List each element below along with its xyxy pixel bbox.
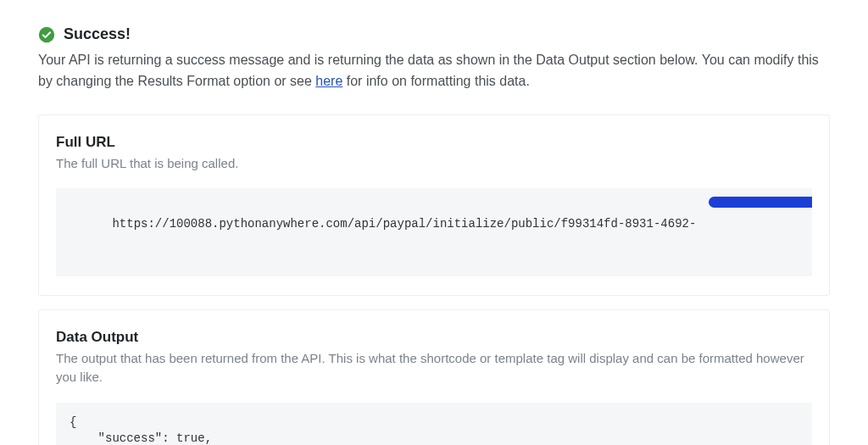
full-url-panel: Full URL The full URL that is being call…	[38, 114, 830, 296]
full-url-value: https://100088.pythonanywhere.com/api/pa…	[56, 188, 812, 276]
data-output-code: { "success": true, "approval_url": "http…	[56, 403, 812, 445]
full-url-title: Full URL	[56, 134, 812, 151]
success-link[interactable]: here	[315, 74, 342, 88]
full-url-text: https://100088.pythonanywhere.com/api/pa…	[112, 217, 696, 231]
redaction-mark	[709, 197, 812, 208]
data-output-panel: Data Output The output that has been ret…	[38, 309, 830, 445]
data-output-subtitle: The output that has been returned from t…	[56, 349, 812, 387]
check-circle-icon	[38, 26, 55, 43]
success-desc-after: for info on formatting this data.	[342, 74, 530, 88]
success-header: Success!	[38, 25, 830, 43]
success-description: Your API is returning a success message …	[38, 50, 830, 92]
data-output-title: Data Output	[56, 329, 812, 346]
success-title: Success!	[64, 25, 131, 43]
full-url-subtitle: The full URL that is being called.	[56, 154, 812, 174]
svg-point-0	[39, 26, 54, 42]
